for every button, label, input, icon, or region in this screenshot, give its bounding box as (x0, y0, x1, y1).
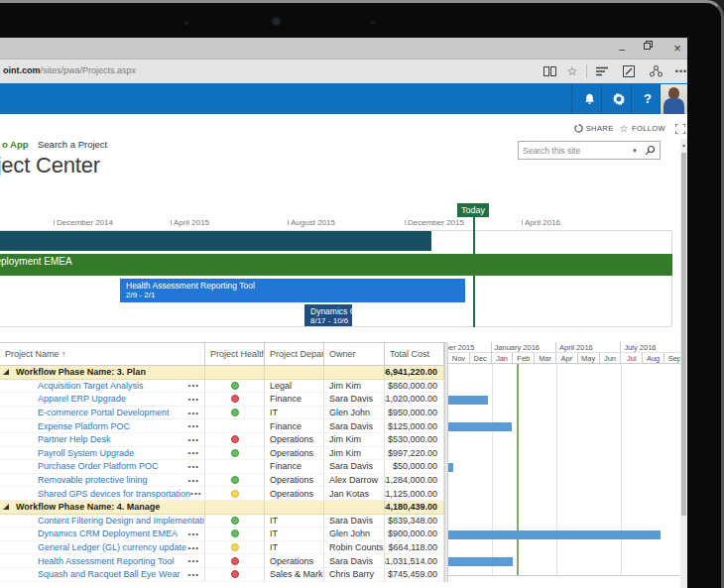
notifications-bell-icon[interactable] (574, 83, 604, 114)
row-ellipsis-menu-icon[interactable]: ••• (188, 529, 199, 538)
project-link[interactable]: Payroll System Upgrade (38, 448, 134, 458)
row-ellipsis-menu-icon[interactable]: ••• (188, 448, 199, 457)
project-link[interactable]: E-commerce Portal Development (38, 408, 170, 417)
help-button[interactable]: ? (633, 83, 663, 114)
table-row[interactable]: Payroll System Upgrade•••OperationsJim K… (0, 447, 444, 461)
table-row[interactable]: Expense Platform POC•••FinanceSara Davis… (0, 419, 444, 433)
table-row[interactable]: Squash and Racquet Ball Eye Wear•••Sales… (0, 568, 444, 582)
share-button[interactable]: SHARE (574, 124, 614, 133)
total-cost-cell: $997,220.00 (385, 447, 444, 460)
focus-mode-button[interactable] (675, 124, 685, 134)
department-cell: IT (265, 541, 324, 554)
project-link[interactable]: Purchase Order Platform POC (38, 461, 159, 471)
table-row[interactable]: Content Filtering Design and Implementat… (0, 515, 444, 529)
search-scope-dropdown-icon[interactable]: ▼ (632, 148, 638, 154)
project-name-cell: Expense Platform POC••• (0, 419, 205, 432)
table-row[interactable]: Partner Help Desk•••OperationsJim Kim$53… (0, 433, 444, 447)
row-ellipsis-menu-icon[interactable]: ••• (188, 462, 199, 471)
gantt-bar[interactable]: Apparel ERP Upgrade (0, 231, 431, 251)
month-label: Sep (664, 353, 680, 364)
gantt-bar[interactable]: Health Assessment Reporting Tool2/9 - 2/… (120, 279, 465, 302)
table-row[interactable]: Removable protective lining•••Operations… (0, 474, 444, 488)
row-ellipsis-menu-icon[interactable]: ••• (190, 489, 201, 498)
project-link[interactable]: Acquisition Target Analysis (38, 381, 143, 391)
gantt-bar-label: Health Assessment Reporting Tool (120, 279, 465, 291)
project-link[interactable]: Apparel ERP Upgrade (38, 394, 126, 404)
project-health-cell (205, 554, 265, 567)
row-ellipsis-menu-icon[interactable]: ••• (188, 421, 199, 430)
project-link[interactable]: Shared GPS devices for transportation (38, 489, 190, 499)
scroll-up-icon[interactable]: ▲ (680, 139, 687, 151)
month-label: Mar (535, 353, 556, 364)
row-ellipsis-menu-icon[interactable]: ••• (188, 435, 199, 444)
column-header[interactable]: Owner (324, 343, 385, 365)
month-label: Aug (643, 353, 664, 364)
reading-view-icon[interactable] (541, 63, 558, 79)
group-row[interactable]: Workflow Phase Name: 4. Manage$4,180,439… (0, 501, 444, 515)
table-row[interactable]: Acquisition Target Analysis•••LegalJim K… (0, 380, 444, 394)
vertical-scrollbar[interactable]: ▲ (680, 139, 687, 588)
table-row[interactable]: Shared GPS devices for transportation•••… (0, 487, 444, 501)
web-note-icon[interactable] (620, 63, 638, 79)
share-icon[interactable] (647, 63, 664, 79)
table-row[interactable]: Apparel ERP Upgrade•••FinanceSara Davis$… (0, 393, 444, 407)
project-health-cell (205, 487, 265, 500)
gantt-row-bar[interactable] (448, 396, 488, 405)
browser-urlbar[interactable]: oint.com/sites/pwa/Projects.aspx ☆ ••• (0, 59, 687, 83)
more-actions-icon[interactable]: ••• (672, 63, 687, 79)
project-link[interactable]: Expense Platform POC (38, 421, 130, 431)
gantt-row-bar[interactable] (448, 557, 513, 566)
project-link[interactable]: General Ledger (GL) currency update (38, 542, 186, 552)
row-ellipsis-menu-icon[interactable]: ••• (188, 556, 199, 565)
project-link[interactable]: Health Assessment Reporting Tool (38, 556, 174, 566)
row-ellipsis-menu-icon[interactable]: ••• (188, 543, 199, 552)
minimize-button[interactable]: – (614, 41, 630, 57)
gantt-bar-label: Dynamics CR... (304, 304, 352, 316)
table-row[interactable]: Dynamics CRM Deployment EMEA•••ITGlen Jo… (0, 528, 444, 541)
gantt-bar[interactable]: Dynamics CRM Deployment EMEA (0, 254, 672, 276)
address-url[interactable]: oint.com/sites/pwa/Projects.aspx (3, 65, 136, 75)
favorite-star-icon[interactable]: ☆ (563, 63, 581, 79)
gantt-bar[interactable]: Dynamics CR...8/17 - 10/6 (304, 304, 352, 326)
gantt-row-bar[interactable] (448, 422, 512, 431)
project-link[interactable]: Content Filtering Design and Implementat… (38, 516, 205, 526)
table-row[interactable]: Purchase Order Platform POC•••FinanceSar… (0, 460, 444, 474)
row-ellipsis-menu-icon[interactable]: ••• (188, 395, 199, 404)
row-ellipsis-menu-icon[interactable]: ••• (188, 570, 199, 579)
column-header[interactable]: Project Name ↑ (0, 343, 205, 365)
project-link[interactable]: Squash and Racquet Ball Eye Wear (38, 569, 180, 579)
column-header[interactable]: Project Health (205, 343, 265, 365)
settings-gear-icon[interactable] (604, 83, 634, 114)
group-row[interactable]: Workflow Phase Name: 3. Plan$6,941,220.0… (0, 366, 444, 380)
search-magnifier-icon[interactable] (645, 145, 656, 156)
search-input[interactable] (523, 143, 630, 158)
table-row[interactable]: E-commerce Portal Development•••ITGlen J… (0, 407, 444, 420)
row-ellipsis-menu-icon[interactable]: ••• (188, 381, 199, 390)
month-label: Dec (470, 353, 492, 364)
user-avatar[interactable] (661, 84, 687, 114)
project-link[interactable]: Removable protective lining (38, 475, 148, 485)
table-row[interactable]: General Ledger (GL) currency update•••IT… (0, 541, 444, 555)
project-link[interactable]: Dynamics CRM Deployment EMEA (38, 529, 178, 538)
table-row[interactable]: Health Assessment Reporting Tool•••Opera… (0, 554, 444, 568)
follow-button[interactable]: ☆ FOLLOW (620, 123, 665, 134)
gantt-row-bar[interactable] (448, 463, 453, 472)
group-name-cell: Workflow Phase Name: 4. Manage (0, 501, 205, 514)
column-header[interactable]: Total Cost (385, 343, 444, 365)
column-header[interactable]: Project Department (265, 343, 324, 365)
project-link[interactable]: Partner Help Desk (38, 434, 111, 444)
gantt-row-bar[interactable] (448, 530, 661, 539)
window-titlebar: – × (0, 38, 687, 59)
nav-search-a-project[interactable]: Search a Project (38, 139, 107, 150)
restore-button[interactable] (644, 41, 660, 57)
close-button[interactable]: × (669, 41, 685, 57)
health-red-icon (231, 557, 239, 565)
hub-icon[interactable] (593, 63, 611, 79)
collapse-triangle-icon[interactable] (3, 369, 9, 375)
focus-icon (675, 124, 685, 134)
scrollbar-thumb[interactable] (681, 153, 686, 516)
nav-app-link[interactable]: o App (2, 139, 29, 150)
collapse-triangle-icon[interactable] (3, 504, 9, 510)
row-ellipsis-menu-icon[interactable]: ••• (188, 409, 199, 417)
row-ellipsis-menu-icon[interactable]: ••• (188, 476, 199, 485)
